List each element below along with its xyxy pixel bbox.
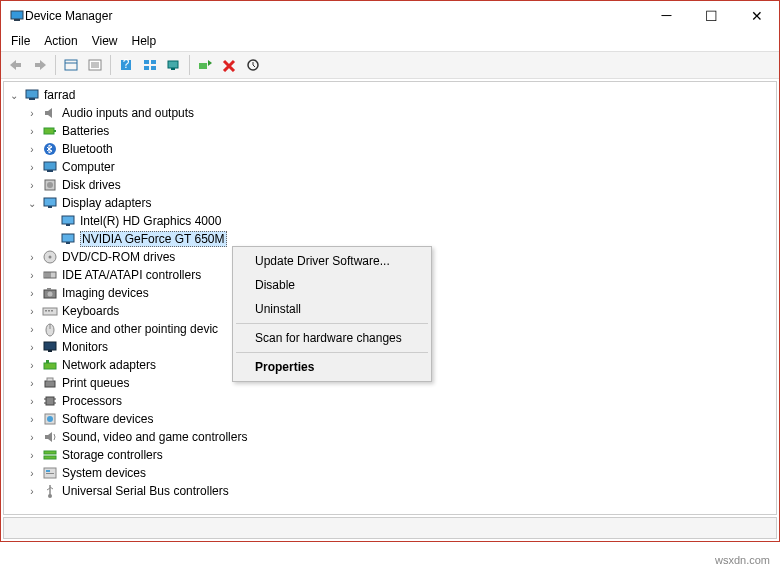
expand-arrow[interactable]: › <box>26 287 38 299</box>
expand-arrow[interactable]: › <box>26 377 38 389</box>
grid-icon[interactable] <box>139 54 161 76</box>
scan-icon[interactable] <box>163 54 185 76</box>
expand-arrow[interactable]: › <box>26 413 38 425</box>
expand-arrow[interactable]: › <box>26 323 38 335</box>
expand-arrow[interactable]: › <box>26 359 38 371</box>
display-icon <box>60 231 76 247</box>
svg-rect-17 <box>171 68 175 70</box>
tree-root[interactable]: ⌄farrad <box>8 86 776 104</box>
ctx-scan[interactable]: Scan for hardware changes <box>235 326 429 350</box>
expand-arrow[interactable]: › <box>26 107 38 119</box>
back-icon[interactable] <box>5 54 27 76</box>
audio-icon <box>42 105 58 121</box>
tree-category[interactable]: ›Processors <box>26 392 776 410</box>
category-label: System devices <box>62 466 146 480</box>
maximize-button[interactable]: ☐ <box>689 1 734 31</box>
svg-rect-53 <box>46 360 49 363</box>
svg-rect-50 <box>44 342 56 350</box>
minimize-button[interactable]: ─ <box>644 1 689 31</box>
svg-text:?: ? <box>123 58 130 71</box>
svg-rect-18 <box>199 63 207 69</box>
bluetooth-icon <box>42 141 58 157</box>
uninstall-icon[interactable] <box>218 54 240 76</box>
category-label: Mice and other pointing devic <box>62 322 218 336</box>
expand-arrow[interactable]: › <box>26 467 38 479</box>
expand-arrow[interactable]: › <box>26 251 38 263</box>
menu-action[interactable]: Action <box>44 34 77 48</box>
svg-rect-16 <box>168 61 178 68</box>
help-icon[interactable]: ? <box>115 54 137 76</box>
svg-rect-34 <box>66 242 70 244</box>
cpu-icon <box>42 393 58 409</box>
menubar: File Action View Help <box>1 31 779 51</box>
tree-device[interactable]: Intel(R) HD Graphics 4000 <box>44 212 776 230</box>
svg-rect-43 <box>47 288 51 290</box>
display-icon <box>42 195 58 211</box>
device-label: NVIDIA GeForce GT 650M <box>80 231 227 247</box>
category-label: Bluetooth <box>62 142 113 156</box>
svg-rect-51 <box>48 350 52 352</box>
expand-arrow[interactable]: › <box>26 161 38 173</box>
watermark: wsxdn.com <box>715 554 770 566</box>
tree-category[interactable]: ›Bluetooth <box>26 140 776 158</box>
titlebar[interactable]: Device Manager ─ ☐ ✕ <box>1 1 779 31</box>
show-hide-icon[interactable] <box>60 54 82 76</box>
expand-arrow[interactable]: › <box>26 269 38 281</box>
svg-rect-20 <box>26 90 38 98</box>
svg-rect-0 <box>11 11 23 19</box>
expand-arrow[interactable]: › <box>26 485 38 497</box>
close-button[interactable]: ✕ <box>734 1 779 31</box>
monitor-icon <box>42 339 58 355</box>
expand-arrow[interactable]: › <box>26 341 38 353</box>
update-driver-icon[interactable] <box>194 54 216 76</box>
device-label: Intel(R) HD Graphics 4000 <box>80 214 221 228</box>
properties-icon[interactable] <box>84 54 106 76</box>
expand-arrow[interactable]: ⌄ <box>26 197 38 209</box>
tree-category[interactable]: ›Sound, video and game controllers <box>26 428 776 446</box>
ctx-properties[interactable]: Properties <box>235 355 429 379</box>
expand-arrow[interactable]: › <box>26 449 38 461</box>
expand-arrow[interactable]: › <box>26 179 38 191</box>
expand-arrow[interactable]: › <box>26 143 38 155</box>
expand-arrow[interactable]: › <box>26 125 38 137</box>
expand-arrow[interactable]: › <box>26 305 38 317</box>
tree-category[interactable]: ›Disk drives <box>26 176 776 194</box>
svg-rect-21 <box>29 98 35 100</box>
tree-category[interactable]: ›Audio inputs and outputs <box>26 104 776 122</box>
menu-help[interactable]: Help <box>132 34 157 48</box>
svg-rect-22 <box>44 128 54 134</box>
disk-icon <box>42 177 58 193</box>
svg-rect-12 <box>144 60 149 64</box>
category-label: DVD/CD-ROM drives <box>62 250 175 264</box>
tree-category[interactable]: ›Computer <box>26 158 776 176</box>
menu-file[interactable]: File <box>11 34 30 48</box>
tree-category[interactable]: ›Storage controllers <box>26 446 776 464</box>
expand-arrow[interactable]: › <box>26 431 38 443</box>
tree-category[interactable]: ⌄Display adapters <box>26 194 776 212</box>
tree-category[interactable]: ›Universal Serial Bus controllers <box>26 482 776 500</box>
expand-arrow[interactable]: › <box>26 395 38 407</box>
svg-rect-15 <box>151 66 156 70</box>
svg-rect-52 <box>44 363 56 369</box>
category-label: IDE ATA/ATAPI controllers <box>62 268 201 282</box>
window-title: Device Manager <box>25 9 644 23</box>
ctx-uninstall[interactable]: Uninstall <box>235 297 429 321</box>
sound-icon <box>42 429 58 445</box>
tree-category[interactable]: ›Software devices <box>26 410 776 428</box>
svg-rect-63 <box>44 451 56 454</box>
category-label: Storage controllers <box>62 448 163 462</box>
storage-icon <box>42 447 58 463</box>
menu-view[interactable]: View <box>92 34 118 48</box>
category-label: Sound, video and game controllers <box>62 430 247 444</box>
tree-category[interactable]: ›System devices <box>26 464 776 482</box>
ctx-update-driver[interactable]: Update Driver Software... <box>235 249 429 273</box>
dvd-icon <box>42 249 58 265</box>
tree-category[interactable]: ›Batteries <box>26 122 776 140</box>
battery-icon <box>42 123 58 139</box>
ctx-disable[interactable]: Disable <box>235 273 429 297</box>
computer-icon <box>24 87 40 103</box>
svg-rect-54 <box>45 381 55 387</box>
svg-rect-64 <box>44 456 56 459</box>
forward-icon[interactable] <box>29 54 51 76</box>
scan-hardware-icon[interactable] <box>242 54 264 76</box>
